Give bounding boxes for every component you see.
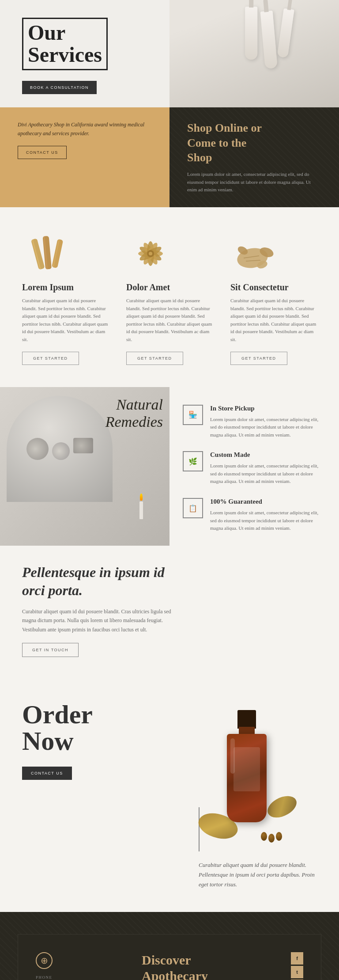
service-1-text: Lorem ipsum dolor sit amet, consectetur … (210, 462, 326, 486)
card-3-btn[interactable]: GET STARTED (230, 352, 287, 365)
shop-online-title: Shop Online or Come to the Shop (187, 121, 321, 165)
remedies-heading: Pellentesque in ipsum id orci porta. (22, 563, 172, 600)
hero-title: Our Services (28, 22, 102, 66)
order-side-text: Curabitur aliquet quam id dui posuere bl… (199, 860, 317, 889)
hero-section: Our Services BOOK A CONSULTATION (0, 0, 339, 207)
cards-grid: Lorem Ipsum Curabitur aliquet quam id du… (22, 234, 317, 365)
card-2-btn[interactable]: GET STARTED (126, 352, 183, 365)
cards-section: Lorem Ipsum Curabitur aliquet quam id du… (0, 207, 339, 387)
svg-point-13 (149, 252, 152, 255)
get-in-touch-button[interactable]: GET IN TOUCH (22, 643, 79, 657)
hero-bottom: Divi Apothecary Shop in California award… (0, 107, 339, 207)
shop-online-block: Shop Online or Come to the Shop Lorem ip… (170, 107, 339, 207)
hero-description-block: Divi Apothecary Shop in California award… (0, 107, 170, 207)
hero-description: Divi Apothecary Shop in California award… (18, 121, 152, 138)
book-consultation-button[interactable]: BOOK A CONSULTATION (22, 81, 97, 94)
order-left: Order Now CONTACT US (22, 701, 163, 780)
social-twitter-button[interactable]: t (291, 966, 303, 978)
card-1-text: Curabitur aliquet quam id dui posuere bl… (22, 297, 109, 344)
remedies-body: Pellentesque in ipsum id orci porta. Cur… (0, 546, 339, 675)
service-0-title: In Store Pickup (210, 405, 326, 412)
footer-brand: Discover Apothecary Links Shop Online Ab… (142, 952, 273, 980)
card-3-text: Curabitur aliquet quam id dui posuere bl… (230, 297, 317, 344)
footer-social: f t in y (291, 952, 303, 980)
store-pickup-icon: 🏪 (183, 405, 203, 425)
remedies-services: 🏪 In Store Pickup Lorem ipsum dolor sit … (170, 387, 339, 546)
service-item-2: 📋 100% Guaranteed Lorem ipsum dolor sit … (183, 498, 326, 532)
order-section: Order Now CONTACT US (0, 675, 339, 912)
footer-section: ⊕ Phone (255) 352-6258 Shop 1234 Divi St… (0, 912, 339, 980)
remedies-section: Natural Remedies 🏪 In Store Pickup Lorem… (0, 387, 339, 675)
star-anise-icon (126, 234, 179, 273)
bottle-illustration (207, 710, 286, 851)
social-facebook-button[interactable]: f (291, 952, 303, 965)
contact-us-hero-button[interactable]: CONTACT US (18, 146, 67, 159)
card-3: Sit Consectetur Curabitur aliquet quam i… (230, 234, 317, 365)
service-2-title: 100% Guaranteed (210, 498, 326, 505)
hero-left: Our Services BOOK A CONSULTATION (0, 0, 170, 107)
card-2-title: Dolor Amet (126, 282, 170, 292)
remedies-image-block: Natural Remedies (0, 387, 170, 546)
footer-logo: ⊕ (36, 952, 53, 969)
order-title: Order Now (22, 701, 163, 754)
hero-image (170, 0, 339, 107)
footer-contact: ⊕ Phone (255) 352-6258 Shop 1234 Divi St… (36, 952, 124, 980)
order-contact-button[interactable]: CONTACT US (22, 767, 72, 780)
custom-made-icon: 🌿 (183, 451, 203, 471)
cinnamon-icon (22, 234, 75, 273)
footer-brand-name: Discover Apothecary (142, 952, 273, 980)
order-right (176, 701, 317, 860)
ginger-icon (230, 234, 283, 273)
card-2-text: Curabitur aliquet quam id dui posuere bl… (126, 297, 213, 344)
guaranteed-icon: 📋 (183, 498, 203, 518)
card-3-title: Sit Consectetur (230, 282, 289, 292)
phone-label: Phone (36, 975, 124, 980)
hero-title-box: Our Services (22, 18, 108, 70)
remedies-title: Natural Remedies (105, 396, 163, 430)
service-1-title: Custom Made (210, 451, 326, 459)
card-2: Dolor Amet Curabitur aliquet quam id dui… (126, 234, 213, 365)
hero-top: Our Services BOOK A CONSULTATION (0, 0, 339, 107)
service-item-0: 🏪 In Store Pickup Lorem ipsum dolor sit … (183, 405, 326, 439)
service-0-text: Lorem ipsum dolor sit amet, consectetur … (210, 416, 326, 439)
service-2-text: Lorem ipsum dolor sit amet, consectetur … (210, 509, 326, 532)
card-1-btn[interactable]: GET STARTED (22, 352, 79, 365)
remedies-top: Natural Remedies 🏪 In Store Pickup Lorem… (0, 387, 339, 546)
shop-online-text: Lorem ipsum dolor sit amet, consectetur … (187, 171, 321, 194)
card-1: Lorem Ipsum Curabitur aliquet quam id du… (22, 234, 109, 365)
card-1-title: Lorem Ipsum (22, 282, 74, 292)
remedies-body-text: Curabitur aliquet quam id dui posuere bl… (22, 607, 172, 634)
footer-inner: ⊕ Phone (255) 352-6258 Shop 1234 Divi St… (18, 934, 321, 980)
service-item-1: 🌿 Custom Made Lorem ipsum dolor sit amet… (183, 451, 326, 486)
